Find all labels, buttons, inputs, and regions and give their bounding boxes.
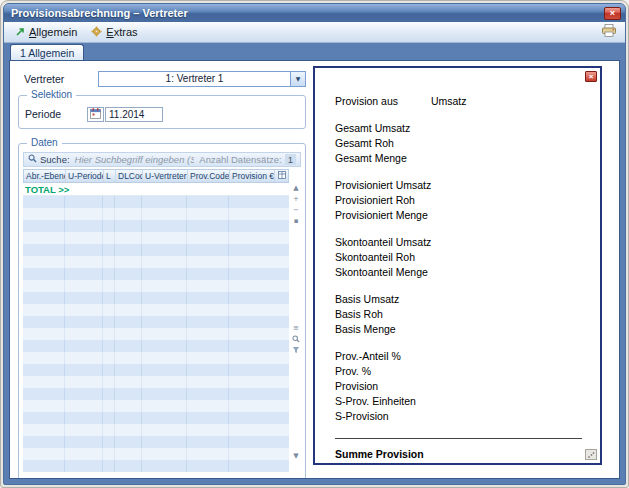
app-window: Provisionsabrechnung – Vertreter × Allge… bbox=[3, 3, 626, 485]
summary-panel: × Provision aus Umsatz Gesamt Umsatz Ges… bbox=[313, 66, 602, 465]
row-delete-icon[interactable]: − bbox=[293, 206, 299, 214]
selektion-group: Selektion Periode bbox=[18, 95, 306, 129]
calendar-button[interactable] bbox=[87, 107, 104, 122]
close-icon: × bbox=[610, 8, 615, 18]
vertreter-row: Vertreter 1: Vertreter 1 ▼ bbox=[24, 70, 306, 87]
summary-row: Prov. % bbox=[335, 364, 582, 379]
column-header[interactable]: U-Periode bbox=[66, 170, 104, 182]
table-row[interactable] bbox=[23, 316, 289, 328]
chevron-down-icon: ▼ bbox=[296, 75, 301, 82]
grid-header: Abr.-Ebene U-Periode L DLCode U-Vertrete… bbox=[23, 169, 289, 183]
column-header[interactable]: L bbox=[104, 170, 116, 182]
table-row[interactable] bbox=[23, 424, 289, 436]
table-row[interactable] bbox=[23, 364, 289, 376]
column-header[interactable]: Provision € bbox=[230, 170, 275, 182]
search-input[interactable] bbox=[73, 153, 197, 166]
menu-allgemein[interactable]: Allgemein bbox=[9, 24, 83, 40]
main-toolbar: Allgemein Extras bbox=[4, 22, 625, 43]
table-row[interactable] bbox=[23, 256, 289, 268]
gesamt-group: Gesamt Umsatz Gesamt Roh Gesamt Menge bbox=[335, 121, 582, 166]
search-label: Suche: bbox=[40, 154, 70, 165]
left-column: Vertreter 1: Vertreter 1 ▼ Selektion Per… bbox=[18, 67, 306, 479]
summary-row: Gesamt Roh bbox=[335, 136, 582, 151]
table-row[interactable] bbox=[23, 340, 289, 352]
periode-row: Periode bbox=[19, 96, 305, 128]
summary-close-button[interactable]: × bbox=[585, 71, 597, 82]
printer-icon bbox=[601, 23, 617, 41]
vertreter-label: Vertreter bbox=[24, 73, 98, 85]
periode-input[interactable] bbox=[105, 107, 163, 122]
table-row[interactable] bbox=[23, 244, 289, 256]
title-bar[interactable]: Provisionsabrechnung – Vertreter × bbox=[4, 4, 625, 22]
scroll-down-icon[interactable]: ▼ bbox=[293, 452, 298, 460]
search-small-icon[interactable] bbox=[292, 335, 300, 343]
column-header[interactable]: DLCode bbox=[116, 170, 143, 182]
content-panel: Vertreter 1: Vertreter 1 ▼ Selektion Per… bbox=[9, 60, 620, 479]
tab-strip: 1 Allgemein bbox=[4, 43, 625, 60]
table-row[interactable] bbox=[23, 460, 289, 472]
summary-row: Provision bbox=[335, 379, 582, 394]
column-header[interactable]: Prov.Code bbox=[188, 170, 230, 182]
summary-row: Basis Umsatz bbox=[335, 292, 582, 307]
scroll-up-icon[interactable]: ▲ bbox=[293, 184, 298, 192]
provision-aus-value: Umsatz bbox=[431, 95, 467, 107]
column-header[interactable]: Abr.-Ebene bbox=[24, 170, 66, 182]
vertreter-value: 1: Vertreter 1 bbox=[99, 72, 290, 86]
table-row[interactable] bbox=[23, 208, 289, 220]
search-icon bbox=[28, 154, 37, 165]
basis-group: Basis Umsatz Basis Roh Basis Menge bbox=[335, 292, 582, 337]
calendar-icon bbox=[90, 105, 101, 123]
table-row[interactable] bbox=[23, 448, 289, 460]
table-row[interactable] bbox=[23, 388, 289, 400]
gear-icon bbox=[91, 26, 102, 39]
summary-row: Prov.-Anteil % bbox=[335, 349, 582, 364]
table-row[interactable] bbox=[23, 376, 289, 388]
filter-icon[interactable] bbox=[292, 346, 300, 354]
table-row[interactable] bbox=[23, 292, 289, 304]
table-row[interactable] bbox=[23, 328, 289, 340]
table-row[interactable] bbox=[23, 220, 289, 232]
tab-allgemein[interactable]: 1 Allgemein bbox=[10, 44, 84, 60]
table-row[interactable] bbox=[23, 304, 289, 316]
record-count-label: Anzahl Datensätze: bbox=[199, 154, 281, 165]
grid-total-row[interactable]: TOTAL >> bbox=[23, 183, 289, 196]
table-row[interactable] bbox=[23, 400, 289, 412]
column-header[interactable]: U-Vertreter bbox=[143, 170, 188, 182]
row-edit-icon[interactable]: ▪ bbox=[294, 217, 299, 225]
table-row[interactable] bbox=[23, 436, 289, 448]
daten-group: Daten Suche: Anzahl Datensätze: 1 Abr.-E… bbox=[18, 143, 306, 479]
daten-group-title: Daten bbox=[27, 137, 62, 148]
table-row[interactable] bbox=[23, 280, 289, 292]
list-icon[interactable]: ≡ bbox=[293, 324, 299, 332]
table-row[interactable] bbox=[23, 268, 289, 280]
close-button[interactable]: × bbox=[604, 7, 621, 20]
grid-rows bbox=[23, 196, 289, 472]
summe-provision-label: Summe Provision bbox=[335, 448, 582, 460]
menu-extras[interactable]: Extras bbox=[85, 24, 143, 41]
window-title: Provisionsabrechnung – Vertreter bbox=[11, 7, 188, 19]
print-button[interactable] bbox=[598, 22, 620, 42]
summary-corner-button[interactable] bbox=[585, 449, 597, 460]
table-row[interactable] bbox=[23, 412, 289, 424]
summary-row: Skontoanteil Roh bbox=[335, 250, 582, 265]
summary-row: Skontoanteil Umsatz bbox=[335, 235, 582, 250]
grip-icon bbox=[587, 449, 595, 461]
vertreter-dropdown-button[interactable]: ▼ bbox=[290, 72, 305, 86]
summary-row: Provisioniert Umsatz bbox=[335, 178, 582, 193]
summary-row: Gesamt Menge bbox=[335, 151, 582, 166]
table-row[interactable] bbox=[23, 352, 289, 364]
grid-search-bar: Suche: Anzahl Datensätze: 1 bbox=[23, 152, 301, 167]
column-chooser-icon bbox=[278, 171, 286, 181]
table-row[interactable] bbox=[23, 196, 289, 208]
close-icon: × bbox=[589, 72, 594, 81]
periode-label: Periode bbox=[25, 108, 87, 120]
skontoanteil-group: Skontoanteil Umsatz Skontoanteil Roh Sko… bbox=[335, 235, 582, 280]
row-insert-icon[interactable]: + bbox=[293, 195, 299, 203]
selektion-group-title: Selektion bbox=[27, 89, 76, 100]
vertreter-combobox[interactable]: 1: Vertreter 1 ▼ bbox=[98, 71, 306, 87]
column-chooser-button[interactable] bbox=[275, 170, 288, 182]
summary-row: Provision aus Umsatz bbox=[335, 94, 582, 109]
menu-extras-label: Extras bbox=[106, 26, 137, 38]
summary-row: Provisioniert Menge bbox=[335, 208, 582, 223]
table-row[interactable] bbox=[23, 232, 289, 244]
